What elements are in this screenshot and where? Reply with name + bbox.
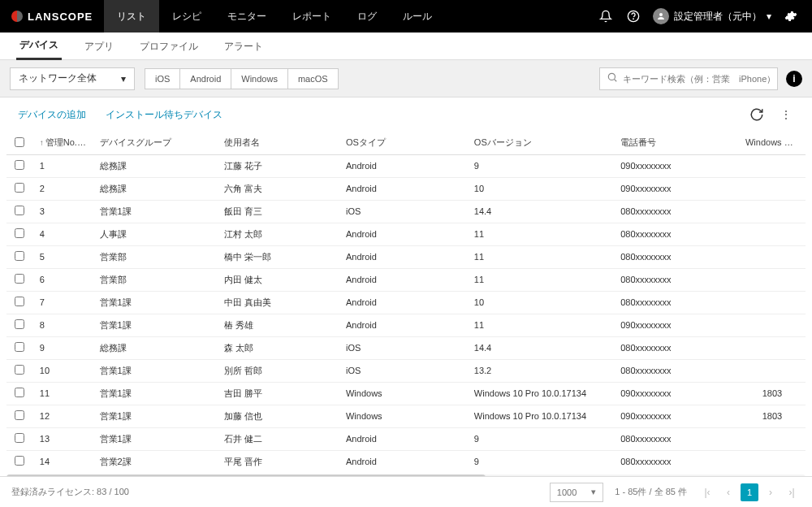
row-checkbox[interactable] [15,251,24,261]
os-chip-android[interactable]: Android [179,68,231,89]
topnav-item-5[interactable]: ルール [390,0,445,32]
table-row[interactable]: 14営業2課平尾 晋作Android9080xxxxxxxx [6,450,806,473]
os-chip-macos[interactable]: macOS [287,68,339,89]
col-ostype-header[interactable]: OSタイプ [339,132,468,154]
row-checkbox[interactable] [15,410,24,420]
pending-install-link[interactable]: インストール待ちデバイス [106,108,222,122]
row-checkbox[interactable] [15,206,24,215]
pager-next-icon[interactable]: › [762,483,780,501]
topnav-item-1[interactable]: レシピ [159,0,214,32]
table-row[interactable]: 13営業1課石井 健二Android9080xxxxxxxx [6,427,806,450]
cell-user: 六角 富夫 [218,177,339,200]
cell-group: 人事課 [93,223,218,245]
row-checkbox[interactable] [15,228,24,238]
os-chip-windows[interactable]: Windows [231,68,288,89]
topnav-item-2[interactable]: モニター [214,0,279,32]
cell-winver [739,223,806,245]
col-winver-header[interactable]: Windows バー [739,132,806,154]
refresh-icon[interactable] [749,106,765,123]
row-checkbox[interactable] [15,183,24,193]
cell-phone: 080xxxxxxxx [614,200,739,223]
cell-group: 総務課 [93,177,218,200]
search-input[interactable] [623,74,771,84]
row-checkbox[interactable] [15,297,24,306]
col-phone-header[interactable]: 電話番号 [614,132,739,154]
user-label: 設定管理者（元中） [674,10,762,24]
col-user-header[interactable]: 使用者名 [218,132,339,154]
cell-winver [739,177,806,200]
cell-user: 江藤 花子 [218,154,339,177]
table-row[interactable]: 3営業1課飯田 育三iOS14.4080xxxxxxxx [6,200,806,223]
cell-ostype: Android [339,450,468,473]
cell-phone: 080xxxxxxxx [614,427,739,450]
user-menu[interactable]: 設定管理者（元中） ▾ [653,8,771,24]
subtab-0[interactable]: デバイス [16,38,62,60]
cell-winver: 1803 [739,382,806,405]
info-badge-icon[interactable]: i [786,71,802,87]
network-scope-select[interactable]: ネットワーク全体 ▾ [10,67,135,90]
table-row[interactable]: 1総務課江藤 花子Android9090xxxxxxxx [6,154,806,177]
cell-winver: 1803 [739,405,806,427]
col-group-header[interactable]: デバイスグループ [93,132,218,154]
cell-osver: 11 [468,268,614,291]
row-checkbox[interactable] [15,388,24,397]
pager-prev-icon[interactable]: ‹ [719,483,737,501]
table-row[interactable]: 11営業1課吉田 勝平WindowsWindows 10 Pro 10.0.17… [6,382,806,405]
table-row[interactable]: 6営業部内田 健太Android11080xxxxxxxx [6,268,806,291]
table-row[interactable]: 12営業1課加藤 信也WindowsWindows 10 Pro 10.0.17… [6,405,806,427]
table-row[interactable]: 9総務課森 太郎iOS14.4080xxxxxxxx [6,336,806,359]
help-icon[interactable] [625,8,641,24]
table-row[interactable]: 8営業1課樁 秀雄Android11090xxxxxxxx [6,314,806,336]
cell-user: 内田 健太 [218,268,339,291]
cell-ostype: Android [339,268,468,291]
topnav-item-0[interactable]: リスト [104,0,159,32]
row-checkbox[interactable] [15,319,24,329]
subtab-3[interactable]: アラート [221,40,266,59]
table-row[interactable]: 4人事課江村 太郎Android11080xxxxxxxx [6,223,806,245]
table-row[interactable]: 5営業部橋中 栄一郎Android11080xxxxxxxx [6,245,806,268]
cell-ostype: Windows [339,382,468,405]
cell-user: 吉田 勝平 [218,382,339,405]
cell-no: 3 [33,200,93,223]
cell-winver [739,336,806,359]
svg-point-3 [608,73,615,80]
row-checkbox[interactable] [15,342,24,352]
subtab-1[interactable]: アプリ [81,40,117,59]
settings-gear-icon[interactable] [783,8,799,24]
pager-last-icon[interactable]: ›| [783,483,801,501]
col-check-header[interactable] [6,132,33,154]
filter-bar: ネットワーク全体 ▾ iOSAndroidWindowsmacOS i [0,60,812,98]
row-checkbox[interactable] [15,456,24,466]
pager-first-icon[interactable]: |‹ [698,483,716,501]
table-row[interactable]: 10営業1課別所 哲郎iOS13.2080xxxxxxxx [6,359,806,382]
table-row[interactable]: 7営業1課中田 真由美Android10080xxxxxxxx [6,291,806,314]
cell-ostype: Android [339,427,468,450]
topnav-item-3[interactable]: レポート [279,0,344,32]
col-no-header[interactable]: ↑管理No.⋮ [33,132,93,154]
search-box[interactable] [599,67,778,90]
notification-bell-icon[interactable] [598,8,614,24]
more-menu-icon[interactable]: ⋮ [778,106,794,123]
os-chip-ios[interactable]: iOS [145,68,180,89]
svg-point-2 [659,13,663,16]
row-checkbox[interactable] [15,433,24,443]
row-range-label: 1 - 85件 / 全 85 件 [615,486,687,498]
row-checkbox[interactable] [15,160,24,170]
row-checkbox[interactable] [15,274,24,284]
select-all-checkbox[interactable] [15,137,24,147]
pager-current-page[interactable]: 1 [741,483,758,501]
cell-group: 営業2課 [93,450,218,473]
brand-name: LANSCOPE [28,11,93,23]
cell-group: 営業1課 [93,200,218,223]
table-row[interactable]: 2総務課六角 富夫Android10090xxxxxxxx [6,177,806,200]
cell-ostype: Android [339,314,468,336]
network-scope-label: ネットワーク全体 [19,72,97,85]
col-osver-header[interactable]: OSバージョン [468,132,614,154]
cell-osver: 11 [468,223,614,245]
add-device-link[interactable]: デバイスの追加 [18,108,86,122]
page-size-select[interactable]: 1000 ▾ [550,483,603,502]
cell-phone: 080xxxxxxxx [614,359,739,382]
topnav-item-4[interactable]: ログ [344,0,390,32]
subtab-2[interactable]: プロファイル [136,40,201,59]
row-checkbox[interactable] [15,365,24,375]
